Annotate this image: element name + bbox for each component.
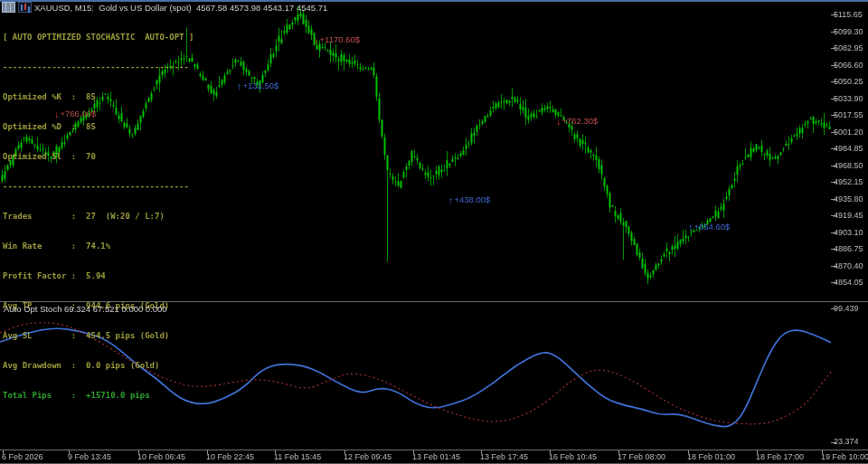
time-axis-label: 18 Feb 01:00 — [687, 452, 735, 461]
trade-arrow-down-icon: ↓ — [314, 35, 319, 44]
trade-arrow-down-icon: ↓ — [54, 109, 60, 118]
trade-label-text: +766.00$ — [61, 109, 97, 118]
trade-label: ↓+766.00$ — [54, 109, 96, 118]
time-axis-label: 6 Feb 2026 — [2, 452, 43, 461]
price-axis-label: 5099.30 — [834, 27, 863, 36]
time-axis-label: 10 Feb 22:45 — [206, 452, 254, 461]
trade-label-text: +131.50$ — [243, 80, 279, 90]
trades-line: Trades : 27 (W:20 / L:7) — [3, 212, 193, 222]
time-axis-label: 17 Feb 08:00 — [618, 452, 665, 461]
avg-sl-line: Avg SL : 454.5 pips (Gold) — [3, 331, 193, 341]
price-axis-label: 4886.75 — [834, 244, 863, 253]
price-axis-label: 4870.40 — [834, 261, 863, 270]
price-axis-label: 4854.05 — [834, 278, 863, 287]
trade-label-text: +1170.60$ — [320, 34, 360, 44]
trade-label-text: +438.00$ — [455, 194, 491, 204]
price-axis-label: 4935.80 — [834, 194, 863, 204]
price-axis-label: 4952.15 — [834, 177, 863, 186]
price-axis-label: 5115.65 — [834, 10, 863, 19]
profit-factor-line: Profit Factor : 5.94 — [3, 271, 193, 281]
time-axis-label: 18 Feb 17:00 — [756, 452, 804, 461]
indicator-name-label: Auto Opt Stoch 69.324 67.521 0.000 0.000 — [4, 304, 167, 314]
price-axis-label: 4903.10 — [834, 228, 863, 237]
optimized-d-line: Optimized %D : 85 — [3, 122, 193, 132]
win-rate-line: Win Rate : 74.1% — [3, 241, 193, 251]
price-axis-label: 5050.25 — [834, 77, 863, 86]
optimized-k-line: Optimized %K : 85 — [3, 92, 193, 102]
time-axis-label: 16 Feb 10:45 — [549, 452, 597, 461]
trade-label: ↑+654.60$ — [688, 222, 730, 232]
chart-title: XAUUSD, M15: Gold vs US Dollar (spot) 45… — [34, 3, 327, 13]
time-axis-label: 12 Feb 09:45 — [344, 452, 392, 461]
price-axis-label: 5082.95 — [834, 43, 863, 52]
price-axis-label: 4919.45 — [834, 211, 863, 220]
trade-arrow-up-icon: ↑ — [688, 223, 693, 232]
indicator-max-label: 99.439 — [834, 304, 859, 313]
chart-grid-icon[interactable] — [2, 2, 15, 13]
chart-titlebar: XAUUSD, M15: Gold vs US Dollar (spot) 45… — [2, 2, 327, 13]
price-axis-label: 5017.55 — [834, 110, 863, 119]
time-axis-label: 10 Feb 06:45 — [137, 452, 185, 461]
price-axis-label: 5066.60 — [834, 61, 863, 70]
time-axis-label: 9 Feb 13:45 — [68, 452, 111, 461]
overlay-header: [ AUTO OPTIMIZED STOCHASTIC AUTO-OPT ] — [3, 33, 193, 43]
trade-label: ↑+438.00$ — [448, 194, 490, 204]
price-axis-label: 4968.50 — [834, 161, 863, 170]
overlay-divider: -------------------------------------- — [3, 62, 193, 72]
trade-arrow-up-icon: ↑ — [448, 195, 454, 204]
chart-type-icon[interactable] — [18, 2, 32, 13]
trade-label: ↑+131.50$ — [237, 80, 278, 90]
total-pips-line: Total Pips : +15710.0 pips — [3, 391, 193, 401]
price-axis-label: 4984.85 — [834, 144, 863, 153]
trade-label: ↓+1170.60$ — [314, 34, 360, 44]
trade-label: ↓+762.30$ — [556, 116, 598, 126]
trade-label-text: +654.60$ — [694, 222, 731, 232]
trade-arrow-down-icon: ↓ — [556, 117, 561, 126]
indicator-min-label: 23.374 — [834, 437, 859, 446]
indicator-comment-block: [ AUTO OPTIMIZED STOCHASTIC AUTO-OPT ] -… — [3, 13, 193, 421]
mt4-chart-window: XAUUSD, M15: Gold vs US Dollar (spot) 45… — [0, 0, 868, 464]
time-axis-label: 13 Feb 17:45 — [480, 452, 528, 461]
price-axis-label: 5033.90 — [834, 94, 863, 103]
time-axis-label: 13 Feb 01:45 — [412, 452, 460, 461]
avg-drawdown-line: Avg Drawdown : 0.0 pips (Gold) — [3, 361, 193, 371]
time-axis-label: 19 Feb 10:00 — [821, 452, 868, 461]
optimized-sl-line: Optimized Sl : 70 — [3, 152, 193, 162]
time-axis-label: 11 Feb 15:45 — [274, 452, 321, 461]
trade-arrow-up-icon: ↑ — [237, 81, 242, 90]
price-axis-label: 5001.20 — [834, 128, 863, 137]
overlay-divider: -------------------------------------- — [3, 182, 193, 192]
trade-label-text: +762.30$ — [562, 116, 599, 126]
